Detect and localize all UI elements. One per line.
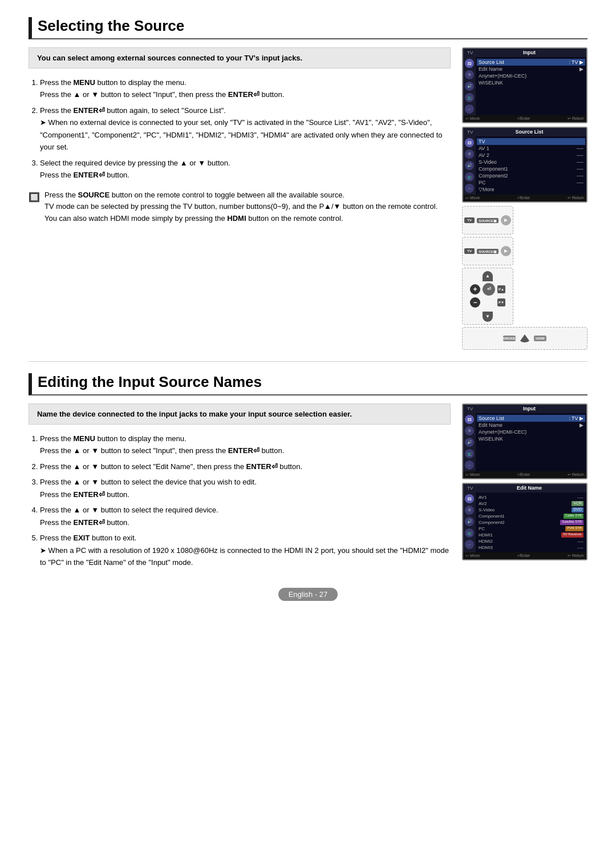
section2-steps: Press the MENU button to display the men… <box>29 433 451 568</box>
section1: Selecting the Source You can select amon… <box>29 17 587 350</box>
menu-source-list: Source List: TV ▶ <box>477 59 585 66</box>
remote-emode-area: EMODE HDMI <box>462 327 587 350</box>
remote-center: ⏎ <box>483 283 495 296</box>
note-icon: 🔲 <box>29 190 40 225</box>
section2-text: Name the device connected to the input j… <box>29 403 451 572</box>
note1-text: Press the SOURCE button on the remote co… <box>44 189 437 225</box>
remote-up: ▲ <box>483 271 493 281</box>
menu2-anynet: Anynet+(HDMI-CEC) <box>479 429 583 435</box>
tv-screen-sourcelist: TV Source List 🖼 ⚙ 🔊 📺 ↔ TV AV 1---- AV <box>462 127 587 203</box>
tv-icon3-1: 🖼 <box>465 415 474 424</box>
tv-label-tv3: TV <box>465 406 475 412</box>
page-footer: English - 27 <box>29 583 587 601</box>
step2-4: Press the ▲ or ▼ button to select the re… <box>40 504 451 528</box>
section1-intro: You can select among external sources co… <box>29 47 451 68</box>
tv-icon3-5: ↔ <box>465 461 474 470</box>
source-more: ▽More <box>479 186 583 193</box>
edit-comp2: Component2Satellite STB <box>479 519 583 526</box>
remote-triangle <box>519 334 530 342</box>
source-tv: TV <box>477 138 585 145</box>
edit-comp1: Component1Cable STB <box>479 513 583 519</box>
tv-footer-1: ⇦ Move⏎Enter↩ Return <box>463 115 586 122</box>
tv-content-editname: AV1---- AV2VCR S-VideoDVD Component1Cabl… <box>476 492 586 552</box>
step2-1: Press the MENU button to display the men… <box>40 433 451 457</box>
page-number-badge: English - 27 <box>278 588 338 601</box>
section1-notes: 🔲 Press the SOURCE button on the remote … <box>29 189 451 225</box>
remote-tv-btn: TV <box>464 217 475 223</box>
tv-screen-input2: TV Input 🖼 ⚙ 🔊 📺 ↔ Source List: TV ▶ <box>462 403 587 479</box>
tv-icon-3: 🔊 <box>465 82 474 91</box>
step2-3: Press the ▲ or ▼ button to select the de… <box>40 476 451 500</box>
tv-content-sourcelist: TV AV 1---- AV 2---- S-Video---- Compone… <box>476 136 586 195</box>
edit-svideo: S-VideoDVD <box>479 507 583 513</box>
tv-icon4-5: ↔ <box>465 540 474 549</box>
tv-icon3-2: ⚙ <box>465 426 474 435</box>
menu2-source-list: Source List: TV ▶ <box>477 415 585 422</box>
menu-edit-name: Edit Name▶ <box>479 66 583 72</box>
tv-icon4-2: ⚙ <box>465 506 474 515</box>
menu2-edit-name: Edit Name▶ <box>479 422 583 429</box>
tv-icon-list2: 🖼 ⚙ 🔊 📺 ↔ <box>463 136 476 195</box>
tv-screen-editname: TV Edit Name 🖼 ⚙ 🔊 📺 ↔ AV1---- AV2VCR S- <box>462 483 587 560</box>
remote-plus: + <box>470 284 480 294</box>
tv-footer-2: ⇦ Move⏎Enter↩ Return <box>463 195 586 201</box>
step1-1: Press the MENU button to display the men… <box>40 76 451 101</box>
tv-icon-4: 📺 <box>465 93 474 102</box>
tv-label-tv4: TV <box>465 485 475 491</box>
step1-3: Select the required device by pressing t… <box>40 157 451 181</box>
menu2-wiselink: WISELINK <box>479 435 583 442</box>
remote-arr: ▶ <box>501 246 511 256</box>
tv-icon2-4: 📺 <box>465 172 474 181</box>
edit-pc: PCPVR STB <box>479 526 583 532</box>
tv-icon2-1: 🖼 <box>465 138 474 147</box>
tv-content-input2: Source List: TV ▶ Edit Name▶ Anynet+(HDM… <box>476 413 586 471</box>
tv-icon2-2: ⚙ <box>465 150 474 159</box>
section2: Editing the Input Source Names Name the … <box>29 373 587 572</box>
tv-icon-2: ⚙ <box>465 70 474 79</box>
tv-content-input: Source List: TV ▶ Edit Name▶ Anynet+(HDM… <box>476 57 586 115</box>
section1-images: TV Input 🖼 ⚙ 🔊 📺 ↔ Source List: TV ▶ <box>462 47 587 350</box>
source-component1: Component1---- <box>479 165 583 172</box>
tv-icon-list: 🖼 ⚙ 🔊 📺 ↔ <box>463 57 476 115</box>
menu-anynet: Anynet+(HDMI-CEC) <box>479 72 583 79</box>
remote-arrow-right: ▶ <box>501 215 511 225</box>
tv-icon3-3: 🔊 <box>465 438 474 447</box>
tv-icon-list4: 🖼 ⚙ 🔊 📺 ↔ <box>463 492 476 552</box>
section-divider <box>29 361 587 362</box>
remote-tv-btn2: TV <box>464 248 475 254</box>
section2-intro: Name the device connected to the input j… <box>29 403 451 425</box>
tv-label-tv2: TV <box>465 129 475 135</box>
remote-source-label2: SOURCE▣ <box>477 249 499 254</box>
remote-source-area2: TV SOURCE▣ ▶ <box>462 237 513 265</box>
remote-down: ▼ <box>483 312 493 322</box>
edit-hdmi2: HDMI2---- <box>479 538 583 544</box>
step2-5: Press the EXIT button to exit. ➤ When a … <box>40 532 451 568</box>
tv-footer-4: ⇦ Move⏎Enter↩ Return <box>463 552 586 559</box>
source-pc: PC---- <box>479 179 583 186</box>
section2-images: TV Input 🖼 ⚙ 🔊 📺 ↔ Source List: TV ▶ <box>462 403 587 572</box>
remote-nav-area: ▲ + ⏎ P▲ − P▼ ▼ <box>462 268 513 325</box>
menu-wiselink: WISELINK <box>479 79 583 86</box>
remote-source-label: SOURCE▣ <box>477 218 499 223</box>
tv-icon2-3: 🔊 <box>465 161 474 170</box>
section1-text: You can select among external sources co… <box>29 47 451 350</box>
tv-icon-1: 🖼 <box>465 59 474 68</box>
remote-ch-down: P▼ <box>497 298 505 306</box>
tv-icon-5: ↔ <box>465 104 474 114</box>
tv-icon-list3: 🖼 ⚙ 🔊 📺 ↔ <box>463 413 476 471</box>
tv-icon4-4: 📺 <box>465 528 474 538</box>
section2-title: Editing the Input Source Names <box>29 373 587 395</box>
remote-ch-up: P▲ <box>497 285 505 293</box>
tv-footer-3: ⇦ Move⏎Enter↩ Return <box>463 471 586 478</box>
note1: 🔲 Press the SOURCE button on the remote … <box>29 189 451 225</box>
section1-steps: Press the MENU button to display the men… <box>29 76 451 181</box>
remote-hdmi: HDMI <box>534 336 546 341</box>
tv-icon3-4: 📺 <box>465 449 474 458</box>
source-svideo: S-Video---- <box>479 159 583 165</box>
tv-icon2-5: ↔ <box>465 184 474 193</box>
edit-av1: AV1---- <box>479 494 583 500</box>
tv-icon4-1: 🖼 <box>465 494 474 503</box>
tv-label-tv: TV <box>465 50 475 56</box>
remote-minus: − <box>470 297 480 308</box>
section1-title: Selecting the Source <box>29 17 587 39</box>
